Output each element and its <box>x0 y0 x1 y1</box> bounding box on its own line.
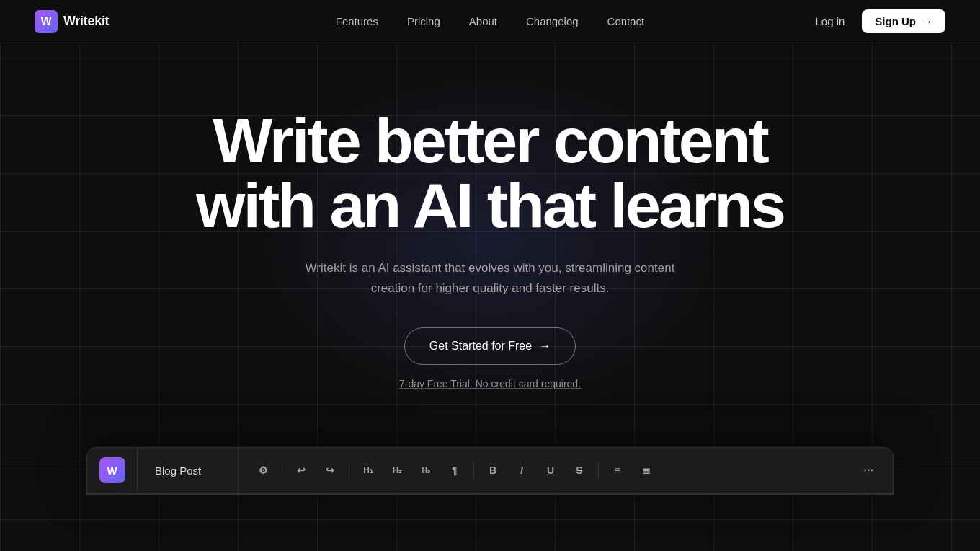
toolbar-bold-button[interactable]: B <box>480 457 506 483</box>
hero-headline: Write better content with an AI that lea… <box>196 108 784 238</box>
toolbar-filter-button[interactable]: ⚙ <box>250 457 276 483</box>
trial-text-content: 7-day Free Trial. No credit card require… <box>399 378 581 389</box>
logo-name: Writekit <box>63 14 109 29</box>
toolbar-divider-3 <box>473 462 474 479</box>
sign-up-label: Sign Up <box>875 15 916 27</box>
hero-subtext: Writekit is an AI assistant that evolves… <box>295 258 685 299</box>
hero-headline-line1: Write better content <box>213 105 767 176</box>
nav-link-contact[interactable]: Contact <box>607 15 645 27</box>
page-wrapper: W Writekit Features Pricing About Change… <box>0 0 980 551</box>
toolbar-undo-button[interactable]: ↩ <box>288 457 314 483</box>
toolbar-paragraph-button[interactable]: ¶ <box>442 457 468 483</box>
cta-button[interactable]: Get Started for Free → <box>404 327 576 365</box>
toolbar-h1-button[interactable]: H₁ <box>355 457 381 483</box>
editor-doc-title[interactable]: Blog Post <box>138 448 239 493</box>
nav-link-pricing[interactable]: Pricing <box>407 15 440 27</box>
toolbar-h3-button[interactable]: H₃ <box>413 457 439 483</box>
toolbar-list-ordered-button[interactable]: ≣ <box>633 457 659 483</box>
cta-label: Get Started for Free <box>429 340 532 353</box>
navbar: W Writekit Features Pricing About Change… <box>0 0 980 43</box>
nav-link-features[interactable]: Features <box>336 15 378 27</box>
toolbar-more-button[interactable]: ⋯ <box>855 457 881 483</box>
editor-toolbar: ⚙ ↩ ↪ H₁ H₂ H₃ ¶ B I U S <box>239 457 893 483</box>
toolbar-italic-button[interactable]: I <box>509 457 535 483</box>
hero-section: Write better content with an AI that lea… <box>0 43 980 433</box>
nav-links: Features Pricing About Changelog Contact <box>336 15 645 27</box>
toolbar-divider-4 <box>598 462 599 479</box>
editor-logo-area: W <box>87 447 138 493</box>
log-in-button[interactable]: Log in <box>815 15 845 27</box>
logo-icon: W <box>35 10 58 33</box>
nav-logo-group: W Writekit <box>35 10 109 33</box>
toolbar-divider-1 <box>282 462 282 479</box>
hero-headline-line2: with an AI that learns <box>196 169 784 241</box>
editor-preview: W Blog Post ⚙ ↩ ↪ H₁ H₂ H₃ ¶ <box>86 447 894 495</box>
editor-header: W Blog Post ⚙ ↩ ↪ H₁ H₂ H₃ ¶ <box>87 448 893 494</box>
toolbar-underline-button[interactable]: U <box>538 457 564 483</box>
nav-link-about[interactable]: About <box>469 15 497 27</box>
nav-link-changelog[interactable]: Changelog <box>526 15 579 27</box>
editor-logo-icon: W <box>99 457 125 483</box>
toolbar-list-unordered-button[interactable]: ≡ <box>605 457 631 483</box>
sign-up-arrow: → <box>922 15 932 27</box>
nav-actions: Log in Sign Up → <box>815 9 945 33</box>
toolbar-divider-2 <box>349 462 349 479</box>
cta-arrow: → <box>539 340 551 353</box>
toolbar-strikethrough-button[interactable]: S <box>566 457 592 483</box>
trial-text: 7-day Free Trial. No credit card require… <box>399 378 581 389</box>
sign-up-button[interactable]: Sign Up → <box>862 9 945 33</box>
toolbar-redo-button[interactable]: ↪ <box>317 457 343 483</box>
toolbar-h2-button[interactable]: H₂ <box>384 457 410 483</box>
